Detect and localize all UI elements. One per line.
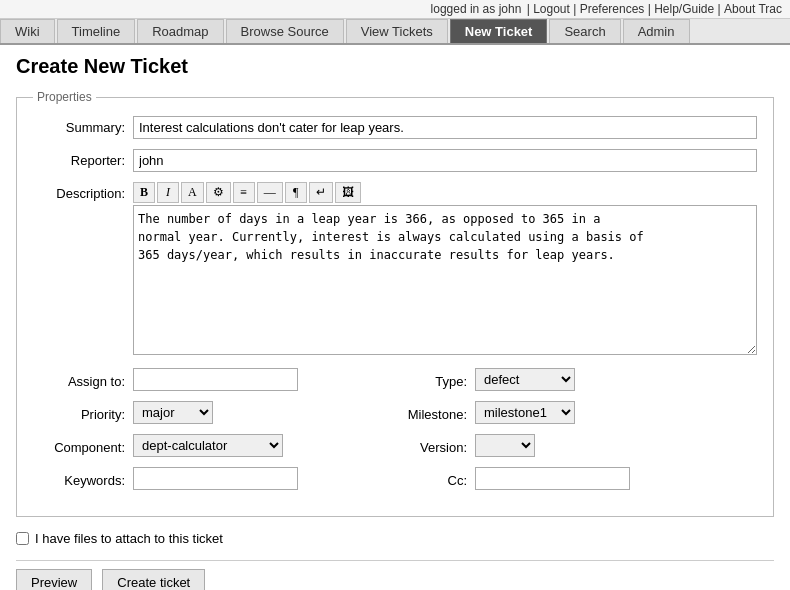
- reporter-field-container: [133, 149, 757, 172]
- assign-label: Assign to:: [33, 370, 133, 389]
- summary-row: Summary:: [33, 116, 757, 139]
- properties-legend: Properties: [33, 90, 96, 104]
- properties-fieldset: Properties Summary: Reporter: Descriptio…: [16, 90, 774, 517]
- reporter-row: Reporter:: [33, 149, 757, 172]
- cc-label: Cc:: [395, 469, 475, 488]
- assign-col: Assign to:: [33, 368, 395, 391]
- summary-field-container: [133, 116, 757, 139]
- attachment-checkbox[interactable]: [16, 532, 29, 545]
- tab-view-tickets[interactable]: View Tickets: [346, 19, 448, 43]
- milestone-col: Milestone: milestone1 milestone2 milesto…: [395, 401, 757, 424]
- component-select[interactable]: dept-calculator other: [133, 434, 283, 457]
- tab-roadmap[interactable]: Roadmap: [137, 19, 223, 43]
- description-textarea[interactable]: [133, 205, 757, 355]
- attachment-row: I have files to attach to this ticket: [16, 531, 774, 546]
- image-button[interactable]: 🖼: [335, 182, 361, 203]
- page-content: Create New Ticket Properties Summary: Re…: [0, 45, 790, 590]
- create-ticket-button[interactable]: Create ticket: [102, 569, 205, 590]
- style-button[interactable]: A: [181, 182, 204, 203]
- priority-label: Priority:: [33, 403, 133, 422]
- description-row: Description: B I A ⚙ ≡ — ¶ ↵ 🖼: [33, 182, 757, 358]
- component-col: Component: dept-calculator other: [33, 434, 395, 457]
- version-col: Version:: [395, 434, 757, 457]
- assign-input[interactable]: [133, 368, 298, 391]
- page-title: Create New Ticket: [16, 55, 774, 78]
- cc-input[interactable]: [475, 467, 630, 490]
- italic-button[interactable]: I: [157, 182, 179, 203]
- about-link[interactable]: About Trac: [724, 2, 782, 16]
- priority-select[interactable]: trivial minor major critical blocker: [133, 401, 213, 424]
- tab-new-ticket[interactable]: New Ticket: [450, 19, 548, 43]
- assign-type-row: Assign to: Type: defect enhancement task: [33, 368, 757, 391]
- tab-wiki[interactable]: Wiki: [0, 19, 55, 43]
- milestone-select[interactable]: milestone1 milestone2 milestone3: [475, 401, 575, 424]
- list-button[interactable]: ≡: [233, 182, 255, 203]
- paragraph-button[interactable]: ¶: [285, 182, 307, 203]
- description-label: Description:: [33, 182, 133, 201]
- reporter-label: Reporter:: [33, 149, 133, 168]
- help-link[interactable]: Help/Guide: [654, 2, 714, 16]
- summary-label: Summary:: [33, 116, 133, 135]
- priority-col: Priority: trivial minor major critical b…: [33, 401, 395, 424]
- version-select[interactable]: [475, 434, 535, 457]
- component-label: Component:: [33, 436, 133, 455]
- description-field-container: B I A ⚙ ≡ — ¶ ↵ 🖼: [133, 182, 757, 358]
- keywords-col: Keywords:: [33, 467, 395, 490]
- logout-link[interactable]: Logout: [533, 2, 570, 16]
- priority-milestone-row: Priority: trivial minor major critical b…: [33, 401, 757, 424]
- preferences-link[interactable]: Preferences: [580, 2, 645, 16]
- type-label: Type:: [395, 370, 475, 389]
- tab-browse-source[interactable]: Browse Source: [226, 19, 344, 43]
- tab-timeline[interactable]: Timeline: [57, 19, 136, 43]
- bold-button[interactable]: B: [133, 182, 155, 203]
- return-button[interactable]: ↵: [309, 182, 333, 203]
- attachment-label: I have files to attach to this ticket: [35, 531, 223, 546]
- reporter-input[interactable]: [133, 149, 757, 172]
- cc-col: Cc:: [395, 467, 757, 490]
- keywords-input[interactable]: [133, 467, 298, 490]
- tab-search[interactable]: Search: [549, 19, 620, 43]
- hr-button[interactable]: —: [257, 182, 283, 203]
- type-col: Type: defect enhancement task: [395, 368, 757, 391]
- keywords-cc-row: Keywords: Cc:: [33, 467, 757, 490]
- milestone-label: Milestone:: [395, 403, 475, 422]
- preview-button[interactable]: Preview: [16, 569, 92, 590]
- button-row: Preview Create ticket: [16, 560, 774, 590]
- version-label: Version:: [395, 436, 475, 455]
- top-bar: logged in as john | Logout | Preferences…: [0, 0, 790, 19]
- logged-in-text: logged in as john: [431, 2, 522, 16]
- tab-admin[interactable]: Admin: [623, 19, 690, 43]
- type-select[interactable]: defect enhancement task: [475, 368, 575, 391]
- gear-button[interactable]: ⚙: [206, 182, 231, 203]
- nav-tabs: Wiki Timeline Roadmap Browse Source View…: [0, 19, 790, 45]
- description-toolbar: B I A ⚙ ≡ — ¶ ↵ 🖼: [133, 182, 757, 203]
- summary-input[interactable]: [133, 116, 757, 139]
- component-version-row: Component: dept-calculator other Version…: [33, 434, 757, 457]
- keywords-label: Keywords:: [33, 469, 133, 488]
